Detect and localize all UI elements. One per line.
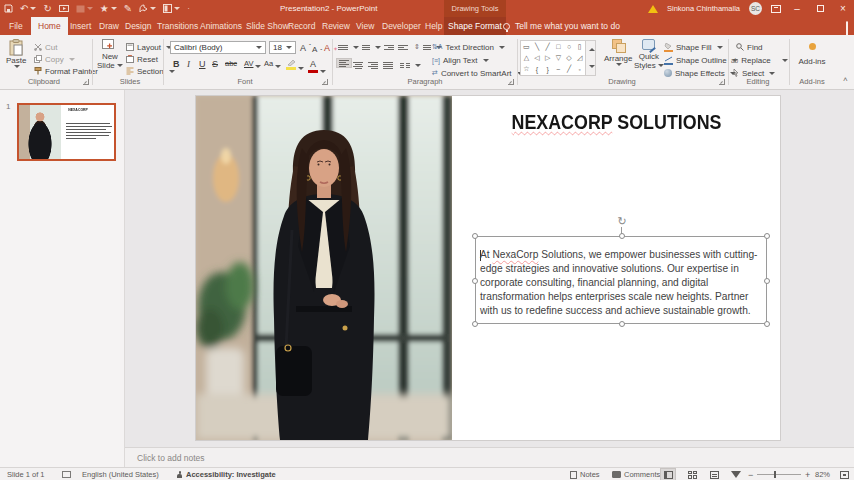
zoom-percentage[interactable]: 82% bbox=[815, 468, 830, 480]
shape-button[interactable]: { bbox=[532, 64, 543, 75]
increase-indent-button[interactable] bbox=[398, 42, 408, 52]
shape-button[interactable]: ╱ bbox=[564, 64, 575, 75]
tell-me-search[interactable]: Tell me what you want to do bbox=[503, 17, 620, 35]
slideshow-view-button[interactable] bbox=[728, 468, 744, 480]
text-direction-button[interactable]: ⇅AText Direction bbox=[432, 42, 505, 52]
resize-handle-e[interactable] bbox=[764, 278, 770, 284]
undo-button[interactable]: ↶ bbox=[20, 4, 36, 14]
restore-button[interactable] bbox=[813, 3, 827, 14]
resize-handle-se[interactable] bbox=[764, 321, 770, 327]
redo-button[interactable]: ↻ bbox=[43, 4, 51, 14]
start-slideshow-icon[interactable] bbox=[59, 5, 69, 13]
language-indicator[interactable]: English (United States) bbox=[82, 468, 159, 480]
businesswoman-photo[interactable] bbox=[196, 96, 452, 440]
customize-qat-button[interactable]: ⋅ bbox=[187, 5, 189, 12]
minimize-button[interactable]: – bbox=[790, 3, 804, 14]
shape-button[interactable]: ◇ bbox=[564, 52, 575, 63]
body-textbox[interactable]: ↻ At NexaCorp Solutions, we empower busi… bbox=[475, 236, 767, 324]
reading-view-button[interactable] bbox=[706, 468, 722, 480]
justify-button[interactable] bbox=[383, 60, 393, 70]
favorite-star-button[interactable]: ★ bbox=[100, 4, 117, 14]
shape-button[interactable]: ╱ bbox=[542, 41, 553, 52]
comments-toggle-button[interactable]: Comments bbox=[612, 468, 660, 480]
resize-handle-ne[interactable] bbox=[764, 233, 770, 239]
resize-handle-nw[interactable] bbox=[472, 233, 478, 239]
shape-fill-button[interactable]: Shape Fill bbox=[664, 42, 723, 52]
slide-sorter-view-button[interactable] bbox=[684, 468, 700, 480]
ribbon-display-options-icon[interactable] bbox=[771, 5, 781, 13]
decrease-indent-button[interactable] bbox=[384, 42, 394, 52]
align-center-button[interactable] bbox=[353, 60, 363, 70]
slide-thumbnail[interactable]: NEXACORP bbox=[17, 103, 116, 161]
user-name[interactable]: Sinkona Chinthamalla bbox=[667, 4, 740, 13]
find-button[interactable]: Find bbox=[736, 42, 763, 52]
slide-canvas[interactable]: NEXACORP SOLUTIONS ↻ At NexaC bbox=[125, 90, 854, 447]
cut-button[interactable]: Cut bbox=[34, 42, 57, 52]
shapes-gallery-more-button[interactable] bbox=[586, 40, 596, 76]
zoom-in-button[interactable]: + bbox=[805, 468, 810, 480]
align-right-button[interactable] bbox=[368, 60, 378, 70]
close-button[interactable]: × bbox=[836, 3, 850, 14]
copy-button[interactable]: Copy bbox=[34, 54, 75, 64]
addins-button[interactable]: Add-ins bbox=[793, 39, 831, 66]
shape-button[interactable]: ☆ bbox=[521, 64, 532, 75]
zoom-out-button[interactable]: − bbox=[748, 468, 753, 480]
text-shadow-button[interactable]: S bbox=[212, 59, 218, 69]
avatar[interactable]: SC bbox=[749, 2, 762, 15]
notes-pane[interactable]: Click to add notes bbox=[125, 447, 854, 467]
quick-styles-button[interactable]: Quick Styles bbox=[634, 39, 664, 70]
shape-button[interactable]: □ bbox=[553, 41, 564, 52]
shape-button[interactable]: ╲ bbox=[532, 41, 543, 52]
preview-button[interactable] bbox=[76, 5, 93, 13]
clipboard-dialog-launcher[interactable] bbox=[83, 79, 89, 85]
shape-button[interactable]: ▯ bbox=[574, 41, 585, 52]
new-slide-button[interactable]: New Slide bbox=[97, 39, 123, 70]
body-text[interactable]: At NexaCorp Solutions, we empower busine… bbox=[480, 248, 757, 318]
section-button[interactable]: Section bbox=[126, 66, 175, 76]
paragraph-dialog-launcher[interactable] bbox=[508, 79, 514, 85]
shape-button[interactable]: ◁ bbox=[532, 52, 543, 63]
font-size-combo[interactable]: 18 bbox=[269, 41, 296, 54]
fit-to-window-button[interactable] bbox=[840, 468, 849, 480]
numbering-button[interactable] bbox=[360, 42, 381, 52]
slide[interactable]: NEXACORP SOLUTIONS ↻ At NexaC bbox=[196, 96, 780, 440]
normal-view-button[interactable] bbox=[660, 468, 676, 480]
replace-button[interactable]: ab Replace bbox=[731, 55, 788, 65]
bullets-button[interactable] bbox=[338, 42, 359, 52]
layout-quick-button[interactable] bbox=[163, 4, 180, 13]
underline-button[interactable]: U bbox=[199, 59, 206, 69]
grow-font-button[interactable]: Aˆ bbox=[300, 43, 311, 53]
shrink-font-button[interactable]: Aˇ bbox=[312, 44, 322, 54]
format-painter-button[interactable]: Format Painter bbox=[34, 66, 98, 76]
shape-button[interactable]: △ bbox=[521, 52, 532, 63]
slide-title[interactable]: NEXACORP SOLUTIONS bbox=[452, 110, 780, 134]
resize-handle-s[interactable] bbox=[619, 321, 625, 327]
zoom-slider-thumb[interactable] bbox=[774, 471, 776, 478]
draw-pen-icon[interactable]: ✎ bbox=[124, 4, 132, 14]
align-left-button[interactable] bbox=[336, 58, 352, 68]
align-text-button[interactable]: [≡]Align Text bbox=[432, 55, 489, 65]
shape-button[interactable]: ▭ bbox=[521, 41, 532, 52]
drawing-dialog-launcher[interactable] bbox=[719, 79, 725, 85]
slide-thumbnail-panel[interactable]: 1 NEXACORP bbox=[0, 90, 125, 467]
notes-toggle-button[interactable]: Notes bbox=[570, 468, 600, 480]
reset-button[interactable]: Reset bbox=[126, 54, 158, 64]
shape-outline-button[interactable]: Shape Outline bbox=[664, 55, 738, 65]
shape-button[interactable]: } bbox=[542, 64, 553, 75]
resize-handle-sw[interactable] bbox=[472, 321, 478, 327]
font-dialog-launcher[interactable] bbox=[322, 79, 328, 85]
shapes-gallery[interactable]: ▭╲╱□○▯ △◁▷▽◇◿ ☆{}~╱◦ bbox=[520, 40, 586, 76]
shape-button[interactable]: ○ bbox=[564, 41, 575, 52]
display-settings-icon[interactable] bbox=[62, 468, 71, 480]
shape-button[interactable]: ◦ bbox=[574, 64, 585, 75]
shape-button[interactable]: ▽ bbox=[553, 52, 564, 63]
strikethrough-button[interactable]: abc bbox=[225, 59, 237, 68]
layout-button[interactable]: Layout bbox=[126, 42, 172, 52]
font-color-button[interactable]: A bbox=[308, 59, 326, 73]
tab-file[interactable]: File bbox=[2, 17, 30, 35]
shape-button[interactable]: ▷ bbox=[542, 52, 553, 63]
character-spacing-button[interactable]: AV bbox=[244, 59, 261, 68]
arrange-button[interactable]: Arrange bbox=[604, 39, 632, 66]
accessibility-status[interactable]: Accessibility: Investigate bbox=[176, 468, 276, 480]
zoom-slider[interactable] bbox=[757, 468, 801, 480]
